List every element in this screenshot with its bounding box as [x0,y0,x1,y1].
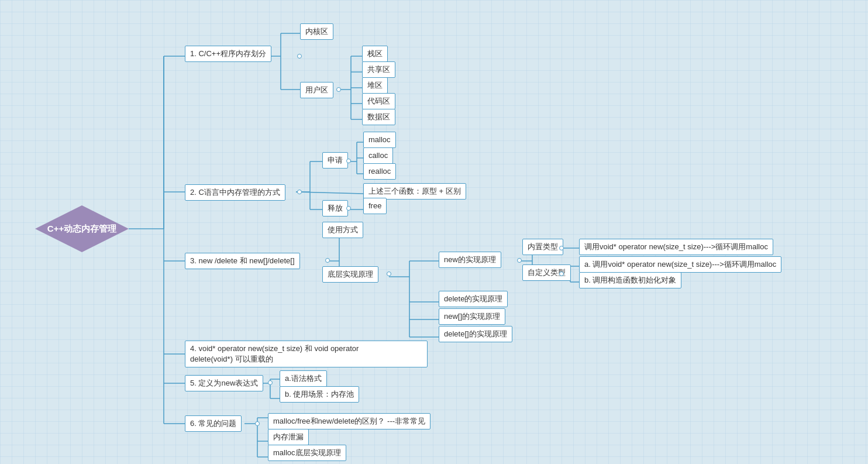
svg-line-29 [296,192,363,194]
dot-nshifang [346,206,351,211]
node-ncall3: b. 调用构造函数初始化对象 [579,272,681,288]
node-na_syntax: a.语法格式 [280,370,327,387]
connector-lines [0,0,868,464]
node-nmalloc: malloc [363,132,396,148]
node-nfree: free [363,198,387,214]
node-ndaima: 代码区 [362,93,395,109]
node-ndui: 堆区 [362,77,388,94]
node-ncall2: a. 调用void* operator new(size_t size)--->… [579,256,781,273]
node-nmemory_leak: 内存泄漏 [268,429,309,445]
node-ndelete_arr: delete[]的实现原理 [439,326,512,342]
dot-n3 [325,258,330,263]
center-node: C++动态内存管理 [35,205,129,252]
dot-n5 [268,380,273,385]
node-nzhan: 栈区 [362,46,388,62]
node-nnew_arr: new[]的实现原理 [439,308,505,325]
dot-n2 [297,190,302,194]
mind-map: C++动态内存管理 1. C/C++程序内存划分 2. C语言中内存管理的方式 … [0,0,868,464]
node-nnewreal: new的实现原理 [439,252,501,268]
node-nshifang: 释放 [322,200,348,216]
node-nshiyongfs: 使用方式 [322,222,363,238]
node-ndeletereal: delete的实现原理 [439,291,508,307]
dot-nnewreal [517,258,522,263]
node-nmalloc_impl: malloc底层实现原理 [268,445,346,461]
node-nshuju: 数据区 [362,109,395,125]
node-n5: 5. 定义为new表达式 [185,375,263,391]
dot-n6 [255,421,260,426]
node-nshenqing: 申请 [322,152,348,169]
node-nyonghu: 用户区 [300,82,333,98]
node-n6: 6. 常见的问题 [185,415,242,432]
node-nsanhan: 上述三个函数：原型 + 区别 [363,183,466,200]
node-n2: 2. C语言中内存管理的方式 [185,184,285,201]
node-neiku: 内核区 [300,23,333,40]
node-n1: 1. C/C++程序内存划分 [185,46,271,62]
node-ncall1: 调用void* operator new(size_t size)--->循环调… [579,239,773,255]
dot-n1 [297,54,302,59]
node-n4: 4. void* operator new(size_t size) 和 voi… [185,341,428,367]
node-ndiceng: 底层实现原理 [322,266,378,283]
dot-ndiceng [387,271,391,276]
node-n3: 3. new /delete 和 new[]/delete[] [185,253,300,269]
dot-nziding [559,271,564,276]
node-ncalloc: calloc [363,147,393,164]
node-nb_use: b. 使用场景：内存池 [280,386,359,403]
node-nrealloc: realloc [363,163,396,180]
dot-nneizhi [559,246,564,250]
node-ngongxiang: 共享区 [362,61,395,78]
dot-nyonghu [336,87,341,92]
node-nmalloc_diff: malloc/free和new/delete的区别？ ---非常常见 [268,413,430,429]
dot-nshenqing [346,159,351,163]
node-nneizhi: 内置类型 [522,239,563,255]
